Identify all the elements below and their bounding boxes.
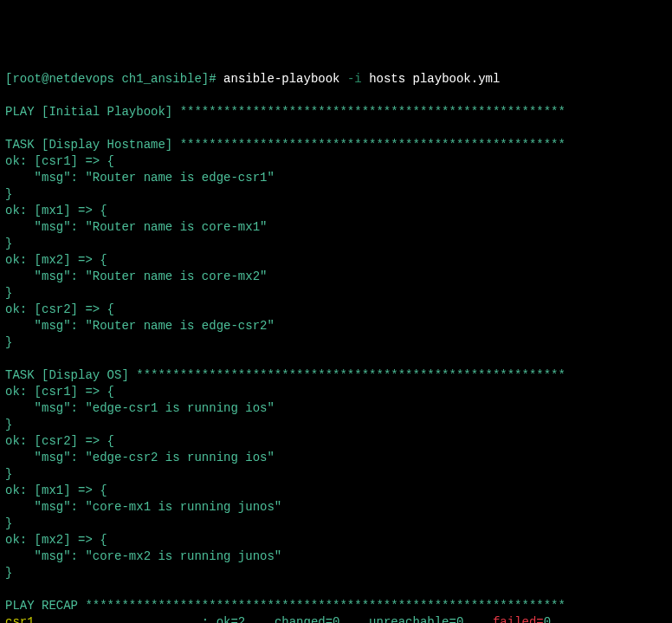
prompt-hash: # [209, 72, 216, 86]
command-flag: -i [347, 72, 362, 86]
prompt-dir: ch1_ansible [121, 72, 201, 86]
recap-changed: changed=0 [275, 615, 340, 623]
command-space2 [340, 72, 347, 86]
recap-failed: failed= [493, 615, 544, 623]
play-stars: ****************************************… [172, 105, 565, 119]
recap-header: PLAY RECAP [5, 599, 78, 613]
task2-stars: ****************************************… [129, 368, 565, 382]
recap-colon: : [202, 615, 209, 623]
recap-ok: ok=2 [216, 615, 246, 623]
recap-row: csr1 [5, 615, 202, 623]
task2-header: TASK [Display OS] [5, 368, 129, 382]
terminal-output: [root@netdevops ch1_ansible]# ansible-pl… [5, 71, 667, 623]
command: ansible-playbook [223, 72, 339, 86]
command-space [216, 72, 223, 86]
prompt-close: ] [202, 72, 209, 86]
recap-stars: ****************************************… [78, 599, 565, 613]
command-args: hosts playbook.yml [369, 72, 500, 86]
prompt-user-host: root@netdevops [12, 72, 114, 86]
task1-header: TASK [Display Hostname] [5, 138, 172, 152]
command-space3 [362, 72, 369, 86]
task1-stars: ****************************************… [172, 138, 565, 152]
recap-unreachable: unreachable=0 [369, 615, 463, 623]
play-header: PLAY [Initial Playbook] [5, 105, 172, 119]
recap-failed-val: 0 [544, 615, 551, 623]
